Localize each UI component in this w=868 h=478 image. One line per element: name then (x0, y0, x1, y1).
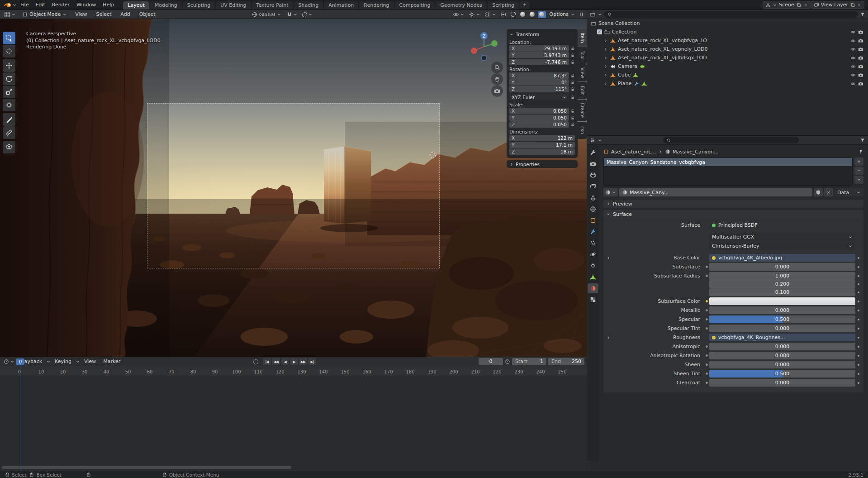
tab-scene[interactable] (588, 193, 598, 203)
render-visibility-icon[interactable] (858, 55, 863, 61)
subsurface-method-dropdown[interactable]: Christensen-Burley (709, 242, 855, 250)
frame-start-field[interactable]: Start 1 (512, 358, 546, 365)
workspace-tab[interactable]: Layout (123, 1, 149, 10)
animate-dot[interactable] (855, 310, 862, 311)
record-button[interactable] (253, 359, 258, 364)
animate-dot[interactable] (855, 283, 862, 285)
lock-icon[interactable] (570, 95, 575, 100)
fake-user-button[interactable] (814, 188, 823, 196)
timeline-ruler[interactable]: 0102030405060708090100110120130140150160… (0, 366, 587, 376)
tab-object[interactable] (588, 215, 598, 225)
workspace-tab[interactable]: Shading (294, 1, 323, 10)
preview-panel-header[interactable]: Preview (603, 200, 863, 208)
subsurface-radius-field-1[interactable]: 1.000 (709, 272, 855, 280)
options-dropdown[interactable]: Options (547, 11, 577, 18)
animate-dot[interactable] (855, 355, 862, 357)
delete-view-layer-icon[interactable] (857, 3, 862, 7)
cursor-tool[interactable] (3, 45, 15, 57)
tab-tool[interactable] (588, 148, 598, 158)
unlink-material-button[interactable] (824, 188, 833, 196)
animate-dot[interactable] (855, 328, 862, 330)
add-workspace-button[interactable]: + (519, 1, 530, 9)
number-field[interactable]: X 122 m (509, 135, 575, 141)
tab-render[interactable] (588, 159, 598, 169)
lock-icon[interactable] (570, 60, 575, 64)
animate-dot[interactable] (855, 301, 862, 302)
anisotropic-rotation-slider[interactable]: 0.000 (709, 352, 855, 359)
blender-logo-icon[interactable] (4, 2, 12, 8)
timeline-editor-type-button[interactable] (2, 358, 16, 365)
tab-object-data[interactable] (588, 272, 598, 282)
mesh-data-icon[interactable] (633, 72, 638, 78)
number-field[interactable]: X 87.3° (509, 72, 569, 79)
animate-dot[interactable] (855, 337, 862, 339)
remove-slot-button[interactable] (854, 167, 863, 175)
timeline-scrollbar[interactable] (2, 466, 291, 469)
menu-add[interactable]: Add (117, 10, 133, 19)
scene-selector[interactable]: Scene (763, 1, 811, 9)
subsurface-color-swatch[interactable] (709, 297, 855, 305)
properties-search-input[interactable] (663, 137, 799, 143)
roughness-texture-button[interactable]: vcbqbfvga_4K_Roughnes... (709, 334, 855, 341)
transform-tool[interactable] (3, 99, 15, 111)
tab-particles[interactable] (588, 238, 598, 248)
scale-tool[interactable] (3, 86, 15, 98)
current-frame-field[interactable]: 0 (479, 358, 503, 365)
move-tool[interactable] (3, 59, 15, 72)
expand-icon[interactable] (606, 335, 611, 340)
lock-icon[interactable] (570, 73, 575, 78)
chevron-down-icon[interactable] (12, 3, 17, 7)
workspace-tab[interactable]: Rendering (359, 1, 394, 10)
playhead-badge[interactable]: 0 (16, 358, 24, 365)
frame-end-field[interactable]: End 250 (548, 358, 584, 365)
menu-help[interactable]: Help (100, 1, 117, 9)
material-slot-list[interactable]: Massive_Canyon_Sandstone_vcbqbfvga (603, 158, 853, 186)
xray-toggle[interactable] (499, 11, 508, 18)
eye-icon[interactable] (850, 81, 856, 86)
base-color-texture-button[interactable]: vcbqbfvga_4K_Albedo.jpg (709, 254, 855, 262)
object-icon[interactable] (603, 149, 609, 154)
new-view-layer-icon[interactable] (850, 2, 855, 8)
number-field[interactable]: Y 3.9743 m (509, 52, 569, 58)
camera-data-icon[interactable] (640, 64, 645, 69)
shading-material-button[interactable] (528, 11, 536, 18)
breadcrumb-material[interactable]: Massive_Canyon... (673, 149, 719, 155)
n-panel-tab[interactable]: Edit (578, 82, 587, 99)
outliner-row-cube[interactable]: Cube (587, 71, 868, 79)
shading-rendered-button[interactable] (538, 11, 546, 18)
view-layer-selector[interactable]: View Layer (811, 1, 864, 9)
material-slot-selected[interactable]: Massive_Canyon_Sandstone_vcbqbfvga (604, 158, 852, 166)
render-visibility-icon[interactable] (858, 38, 863, 43)
outliner-row-plane[interactable]: Plane (587, 79, 868, 88)
number-field[interactable]: X 29.193 m (509, 45, 569, 52)
tab-modifiers[interactable] (588, 227, 598, 237)
surface-panel-header[interactable]: Surface (603, 210, 863, 218)
shading-wireframe-button[interactable] (509, 11, 517, 18)
tab-view-layer[interactable] (588, 182, 598, 191)
expand-icon[interactable] (603, 64, 608, 69)
n-panel-tab[interactable]: Tool (578, 47, 587, 64)
material-link-dropdown[interactable]: Data (835, 188, 863, 196)
rotate-tool[interactable] (3, 72, 15, 85)
workspace-tab[interactable]: Compositing (395, 1, 435, 10)
eye-icon[interactable] (850, 72, 856, 78)
properties-subpanel-header[interactable]: Properties (507, 160, 578, 168)
lock-icon[interactable] (570, 122, 575, 127)
n-panel-tab[interactable]: View (578, 64, 587, 81)
play-button[interactable]: ▶ (290, 358, 298, 365)
menu-render[interactable]: Render (49, 1, 73, 9)
viewport-3d[interactable]: Camera Perspective (0) Collection | Aset… (0, 19, 587, 357)
chevron-down-icon[interactable] (598, 12, 602, 17)
render-visibility-icon[interactable] (858, 64, 863, 69)
menu-marker[interactable]: Marker (100, 358, 123, 366)
eye-icon[interactable] (850, 38, 856, 43)
rotation-mode-dropdown[interactable]: XYZ Euler (509, 94, 569, 100)
number-field[interactable]: Y 0° (509, 79, 569, 86)
transform-orientation-selector[interactable]: Global (250, 11, 284, 18)
workspace-tab[interactable]: Geometry Nodes (436, 1, 487, 10)
filter-icon[interactable] (860, 12, 865, 17)
expand-icon[interactable] (603, 81, 608, 86)
outliner-search-input[interactable] (604, 11, 858, 18)
menu-object[interactable]: Object (136, 10, 159, 19)
outliner-row-rock-3[interactable]: Aset_nature_rock_XL_vjjlbdsqx_LOD (587, 53, 868, 62)
